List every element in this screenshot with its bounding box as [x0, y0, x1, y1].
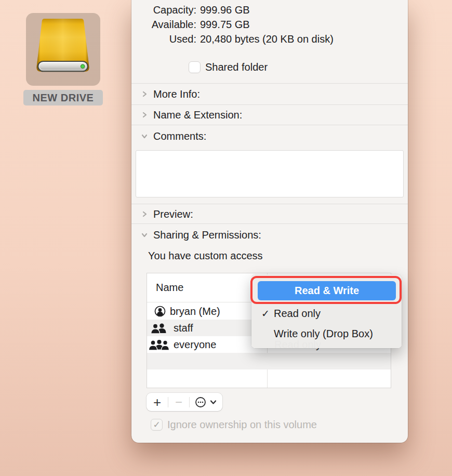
user-name: bryan (Me)	[170, 306, 220, 318]
user-name: staff	[174, 322, 193, 334]
two-users-icon	[150, 322, 168, 334]
checkmark-icon: ✓	[153, 419, 160, 430]
sharing-permissions-label: Sharing & Permissions:	[153, 229, 261, 241]
capacity-label: Capacity:	[131, 4, 196, 16]
drive-led-light	[81, 64, 84, 68]
used-value: 20,480 bytes (20 KB on disk)	[200, 33, 334, 45]
table-row-empty	[147, 369, 391, 388]
chevron-right-icon	[141, 111, 148, 118]
drive-icon-selection	[26, 13, 100, 86]
table-row-empty	[147, 353, 391, 369]
chevron-down-icon	[141, 231, 148, 239]
chevron-down-icon	[141, 133, 148, 140]
menu-item-read-only[interactable]: ✓ Read only	[251, 303, 402, 323]
comments-label: Comments:	[153, 130, 206, 142]
actions-menu-button[interactable]	[190, 393, 222, 411]
chevron-down-icon	[209, 398, 217, 406]
comments-input[interactable]	[136, 150, 404, 197]
section-more-info[interactable]: More Info:	[131, 84, 408, 104]
remove-user-button[interactable]: −	[168, 393, 189, 411]
shared-folder-row: Shared folder	[189, 61, 268, 73]
chevron-right-icon	[141, 90, 148, 98]
name-extension-label: Name & Extension:	[153, 109, 242, 121]
used-row: Used: 20,480 bytes (20 KB on disk)	[131, 32, 408, 46]
section-name-extension[interactable]: Name & Extension:	[131, 104, 408, 125]
menu-item-read-write[interactable]: Read & Write	[258, 281, 396, 300]
hard-drive-icon	[34, 17, 92, 77]
ignore-ownership-label: Ignore ownership on this volume	[167, 419, 317, 431]
shared-folder-label: Shared folder	[205, 61, 268, 73]
ellipsis-circle-icon	[194, 396, 207, 408]
drive-icon-label: NEW DRIVE	[23, 90, 103, 105]
add-user-button[interactable]: +	[147, 393, 168, 411]
available-value: 999.75 GB	[200, 19, 250, 31]
user-circle-icon	[154, 306, 166, 317]
section-divider	[131, 223, 408, 224]
available-label: Available:	[131, 19, 196, 31]
ignore-ownership-checkbox[interactable]: ✓	[151, 419, 163, 431]
drive-desktop-icon[interactable]: NEW DRIVE	[26, 13, 100, 105]
section-sharing-permissions[interactable]: Sharing & Permissions:	[131, 224, 408, 245]
three-users-icon	[148, 339, 170, 351]
get-info-window: Capacity: 999.96 GB Available: 999.75 GB…	[131, 0, 408, 443]
checkmark-icon: ✓	[261, 308, 274, 320]
permissions-toolbar: + −	[147, 393, 222, 411]
chevron-right-icon	[141, 210, 148, 218]
privilege-menu: Read & Write ✓ Read only Write only (Dro…	[251, 274, 402, 348]
preview-label: Preview:	[153, 208, 193, 220]
section-preview[interactable]: Preview:	[131, 204, 408, 224]
used-label: Used:	[131, 33, 196, 45]
capacity-row: Capacity: 999.96 GB	[131, 3, 408, 17]
more-info-label: More Info:	[153, 88, 200, 100]
capacity-value: 999.96 GB	[200, 4, 250, 16]
shared-folder-checkbox[interactable]	[189, 61, 201, 73]
access-status-text: You have custom access	[148, 250, 263, 262]
ignore-ownership-row: ✓ Ignore ownership on this volume	[151, 419, 317, 431]
available-row: Available: 999.75 GB	[131, 17, 408, 32]
user-name: everyone	[174, 339, 216, 351]
menu-item-write-only[interactable]: Write only (Drop Box)	[251, 324, 402, 343]
section-divider	[131, 125, 408, 125]
section-comments[interactable]: Comments:	[131, 126, 408, 147]
